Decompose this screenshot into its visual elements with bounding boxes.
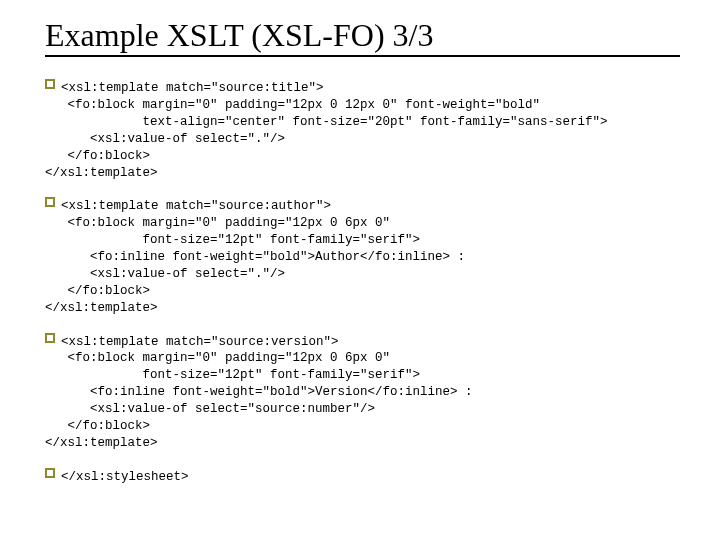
code-line: </xsl:template> — [45, 166, 158, 180]
code-line: text-align="center" font-size="20pt" fon… — [45, 115, 608, 129]
code-block-3: <xsl:template match="source:version"> <f… — [45, 333, 680, 452]
code-line: </fo:block> — [45, 419, 150, 433]
bullet-icon — [45, 79, 55, 89]
code-line: <xsl:template match="source:author"> — [61, 199, 331, 213]
code-line: </fo:block> — [45, 149, 150, 163]
code-line: font-size="12pt" font-family="serif"> — [45, 368, 420, 382]
code-line: </xsl:template> — [45, 436, 158, 450]
code-line: </xsl:template> — [45, 301, 158, 315]
code-line: <xsl:template match="source:version"> — [61, 335, 339, 349]
page-title: Example XSLT (XSL-FO) 3/3 — [45, 18, 680, 53]
code-line: <xsl:value-of select="."/> — [45, 132, 285, 146]
code-line: <xsl:template match="source:title"> — [61, 81, 324, 95]
slide: Example XSLT (XSL-FO) 3/3 <xsl:template … — [0, 0, 720, 522]
code-line: <xsl:value-of select="source:number"/> — [45, 402, 375, 416]
code-line: <fo:inline font-weight="bold">Author</fo… — [45, 250, 465, 264]
bullet-icon — [45, 468, 55, 478]
code-block-1: <xsl:template match="source:title"> <fo:… — [45, 79, 680, 181]
title-underline: Example XSLT (XSL-FO) 3/3 — [45, 18, 680, 57]
bullet-icon — [45, 197, 55, 207]
bullet-icon — [45, 333, 55, 343]
code-line: font-size="12pt" font-family="serif"> — [45, 233, 420, 247]
code-block-2: <xsl:template match="source:author"> <fo… — [45, 197, 680, 316]
code-line: </fo:block> — [45, 284, 150, 298]
code-block-4: </xsl:stylesheet> — [45, 468, 680, 486]
code-line: <fo:block margin="0" padding="12px 0 6px… — [45, 216, 390, 230]
code-line: <fo:inline font-weight="bold">Version</f… — [45, 385, 473, 399]
code-line: <fo:block margin="0" padding="12px 0 6px… — [45, 351, 390, 365]
code-line: </xsl:stylesheet> — [61, 470, 189, 484]
code-line: <xsl:value-of select="."/> — [45, 267, 285, 281]
code-line: <fo:block margin="0" padding="12px 0 12p… — [45, 98, 540, 112]
